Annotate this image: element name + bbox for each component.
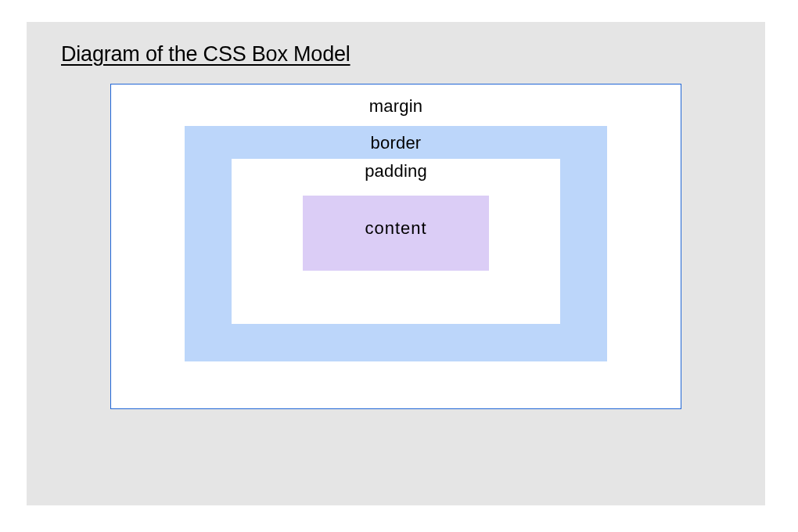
- diagram-title: Diagram of the CSS Box Model: [61, 42, 731, 66]
- margin-box: margin border padding content: [110, 84, 681, 409]
- border-box: border padding content: [185, 126, 607, 362]
- border-label: border: [185, 132, 607, 155]
- content-box: content: [303, 196, 489, 271]
- padding-label: padding: [232, 160, 560, 183]
- diagram-canvas: Diagram of the CSS Box Model margin bord…: [27, 22, 765, 505]
- margin-label: margin: [111, 95, 681, 118]
- padding-box: padding content: [232, 159, 560, 324]
- box-model-stack: margin border padding content: [110, 84, 681, 409]
- content-label: content: [303, 217, 489, 240]
